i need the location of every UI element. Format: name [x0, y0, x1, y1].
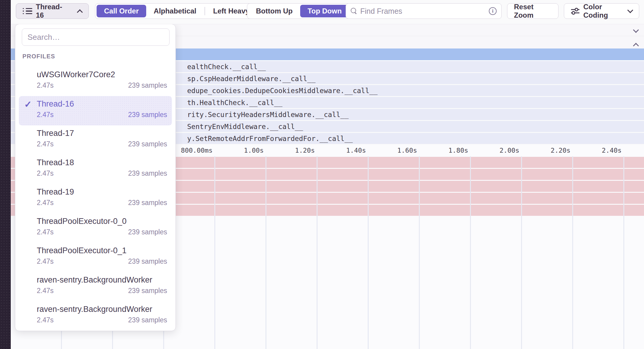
axis-tick-label: 2.20s: [521, 145, 570, 156]
profile-samples: 239 samples: [128, 169, 167, 177]
chevron-up-icon: [77, 9, 83, 15]
tab-top-down[interactable]: Top Down: [300, 5, 349, 17]
axis-tick-label: 1.80s: [419, 145, 468, 156]
axis-tick-label: 1.20s: [266, 145, 315, 156]
gridline: [572, 156, 573, 349]
profile-samples: 239 samples: [128, 257, 167, 265]
gridline: [521, 156, 522, 349]
gridline: [419, 156, 420, 349]
reset-zoom-button[interactable]: Reset Zoom: [507, 3, 558, 19]
profile-option[interactable]: raven-sentry.BackgroundWorker 2.47s 239 …: [19, 272, 172, 301]
chevron-up-icon[interactable]: [633, 43, 639, 49]
color-coding-button[interactable]: Color Coding: [564, 3, 639, 19]
gridline: [265, 156, 266, 349]
dropdown-search-input[interactable]: [28, 33, 164, 42]
dropdown-search-field: [22, 28, 170, 46]
frame-label: ealthCheck.__call__: [187, 61, 266, 72]
frame-label: sp.CspHeaderMiddleware.__call__: [187, 73, 315, 84]
gridline: [214, 156, 215, 349]
axis-tick-label: 2.40s: [573, 145, 622, 156]
profile-duration: 2.47s: [37, 316, 54, 324]
profile-option[interactable]: ThreadPoolExecutor-0_0 2.47s 239 samples: [19, 213, 172, 243]
frame-label: rity.SecurityHeadersMiddleware.__call__: [187, 109, 349, 120]
thread-selector-button[interactable]: Thread-16: [16, 3, 89, 19]
gridline: [470, 156, 471, 349]
segment-divider: [205, 7, 205, 15]
profile-option[interactable]: uWSGIWorker7Core2 2.47s 239 samples: [19, 67, 172, 96]
frame-label: th.HealthCheck.__call__: [187, 97, 283, 108]
tab-call-order[interactable]: Call Order: [97, 5, 146, 17]
profile-option-selected[interactable]: ✓ Thread-16 2.47s 239 samples: [19, 96, 172, 125]
gridline: [317, 156, 318, 349]
profile-option[interactable]: Thread-19 2.47s 239 samples: [19, 184, 172, 213]
profile-option[interactable]: ThreadPoolExecutor-0_1 2.47s 239 samples: [19, 243, 172, 272]
axis-tick-label: 1.40s: [317, 145, 366, 156]
check-icon: ✓: [24, 99, 36, 110]
tab-bottom-up[interactable]: Bottom Up: [248, 5, 300, 17]
profile-duration: 2.47s: [37, 228, 54, 236]
profile-samples: 239 samples: [128, 228, 167, 236]
sort-segmented-control: Call Order Alphabetical Left Heavy: [95, 3, 258, 19]
axis-tick-label: 2.00s: [470, 145, 519, 156]
profile-duration: 2.47s: [37, 81, 54, 89]
search-icon: [351, 8, 357, 14]
profile-duration: 2.47s: [37, 169, 54, 177]
profile-duration: 2.47s: [37, 111, 54, 119]
profile-option[interactable]: raven-sentry.BackgroundWorker 2.47s 239 …: [19, 301, 172, 331]
gridline: [623, 156, 624, 349]
flamegraph-toolbar: Thread-16 Call Order Alphabetical Left H…: [11, 0, 644, 24]
frame-label: SentryEnvMiddleware.__call__: [187, 121, 303, 132]
profile-option[interactable]: Thread-18 2.47s 239 samples: [19, 155, 172, 184]
frame-label: edupe_cookies.DedupeCookiesMiddleware.__…: [187, 85, 378, 96]
profiles-list: uWSGIWorker7Core2 2.47s 239 samples ✓ Th…: [15, 67, 176, 331]
info-icon: i: [489, 7, 497, 15]
profile-option[interactable]: Thread-17 2.47s 239 samples: [19, 125, 172, 155]
frame-label: y.SetRemoteAddrFromForwardedFor.__call__: [187, 133, 353, 144]
app-sidebar: [0, 0, 11, 349]
axis-tick-label: 1.00s: [215, 145, 264, 156]
profile-duration: 2.47s: [37, 199, 54, 207]
gridline: [368, 156, 369, 349]
profile-duration: 2.47s: [37, 257, 54, 265]
profile-samples: 239 samples: [128, 287, 167, 295]
chevron-down-icon: [627, 7, 633, 13]
chevron-down-icon[interactable]: [633, 27, 639, 33]
profiles-section-label: PROFILES: [22, 53, 55, 60]
tab-alphabetical[interactable]: Alphabetical: [146, 5, 204, 17]
profile-duration: 2.47s: [37, 140, 54, 148]
profile-samples: 239 samples: [128, 111, 167, 119]
profile-samples: 239 samples: [128, 140, 167, 148]
sliders-icon: [571, 7, 580, 15]
profile-samples: 239 samples: [128, 316, 167, 324]
find-frames-field: i: [346, 3, 502, 19]
direction-segmented-control: Bottom Up Top Down: [247, 3, 351, 19]
thread-list-icon: [23, 8, 32, 14]
profile-duration: 2.47s: [37, 287, 54, 295]
profile-samples: 239 samples: [128, 199, 167, 207]
find-frames-input[interactable]: [360, 7, 486, 16]
thread-selector-dropdown: PROFILES uWSGIWorker7Core2 2.47s 239 sam…: [15, 24, 176, 331]
axis-tick-label: 1.60s: [368, 145, 417, 156]
profile-samples: 239 samples: [128, 81, 167, 89]
thread-selector-label: Thread-16: [36, 3, 70, 19]
